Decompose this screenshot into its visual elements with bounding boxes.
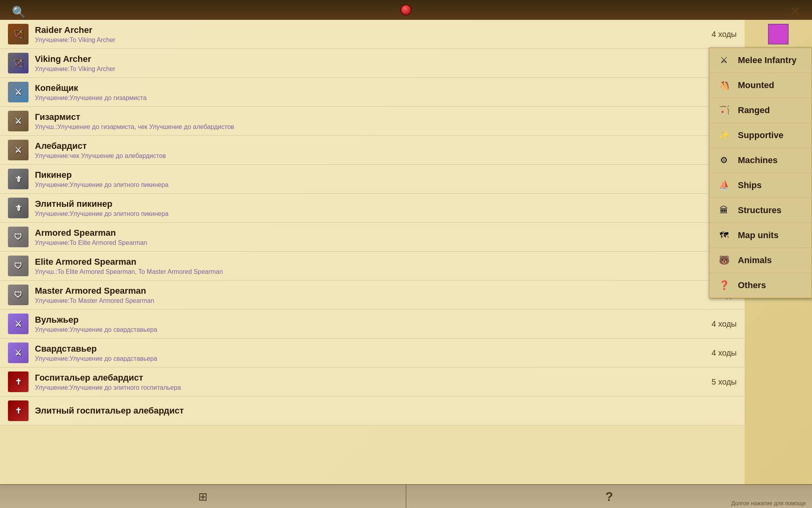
unit-info-raider-archer: Raider ArcherУлучшение:To Viking Archer — [35, 25, 704, 44]
unit-row[interactable]: 🗡ПикинерУлучшение:Улучшение до элитного … — [0, 165, 745, 194]
right-panel: 🛡 ⚔Melee Infantry🐴Mounted🏹Ranged✨Support… — [745, 20, 812, 484]
unit-row[interactable]: ⚔СвардставьерУлучшение:Улучшение до свар… — [0, 339, 745, 368]
unit-upgrade-elite-armored-spearman: Улучш.:To Elite Armored Spearman, To Mas… — [35, 268, 704, 275]
dropdown-item-ranged[interactable]: 🏹Ranged — [709, 98, 812, 123]
unit-upgrade-gizarmist: Улучш.:Улучшение до гизармиста, чек Улуч… — [35, 123, 704, 131]
dropdown-icon-ships: ⛵ — [716, 177, 732, 194]
filter-purple-button[interactable] — [768, 24, 789, 44]
unit-name-svardstavyer: Свардставьер — [35, 344, 704, 354]
unit-row[interactable]: 🛡Armored SpearmanУлучшение:To Elite Armo… — [0, 223, 745, 252]
dropdown-label-map-units: Map units — [738, 230, 779, 241]
grid-icon: ⊞ — [198, 490, 207, 503]
dropdown-icon-map-units: 🗺 — [716, 227, 732, 244]
unit-row[interactable]: 🏹Raider ArcherУлучшение:To Viking Archer… — [0, 20, 745, 49]
unit-turns-svardstavyer: 4 ходы — [712, 348, 737, 358]
unit-name-pikiner: Пикинер — [35, 170, 704, 180]
unit-info-gospitaler-alebardist: Госпитальер алебардистУлучшение:Улучшени… — [35, 373, 704, 391]
dropdown-label-others: Others — [738, 280, 766, 291]
unit-info-kopeyshik: КопейщикУлучшение:Улучшение до гизармист… — [35, 83, 704, 102]
help-icon: ? — [605, 489, 613, 504]
unit-icon-armored-spearman: 🛡 — [8, 227, 29, 247]
unit-info-gizarmist: ГизармистУлучш.:Улучшение до гизармиста,… — [35, 112, 704, 131]
unit-icon-pikiner: 🗡 — [8, 169, 29, 189]
unit-upgrade-alebardist: Улучшение:чек Улучшение до алебардистов — [35, 152, 704, 160]
unit-info-elite-gospitaler-alebardist: Элитный госпитальер алебардист — [35, 406, 737, 416]
unit-row[interactable]: ✝Элитный госпитальер алебардист — [0, 396, 745, 425]
unit-row[interactable]: 🗡Элитный пикинерУлучшение:Улучшение до э… — [0, 194, 745, 223]
dropdown-label-ranged: Ranged — [738, 105, 770, 115]
dropdown-item-mounted[interactable]: 🐴Mounted — [709, 73, 812, 98]
unit-upgrade-kopeyshik: Улучшение:Улучшение до гизармиста — [35, 94, 704, 102]
dropdown-label-machines: Machines — [738, 155, 778, 165]
unit-name-elite-armored-spearman: Elite Armored Spearman — [35, 257, 704, 267]
unit-turns-gospitaler-alebardist: 5 ходы — [712, 377, 737, 387]
unit-upgrade-raider-archer: Улучшение:To Viking Archer — [35, 37, 704, 44]
dropdown-label-mounted: Mounted — [738, 80, 774, 90]
dropdown-item-supportive[interactable]: ✨Supportive — [709, 123, 812, 148]
dropdown-item-machines[interactable]: ⚙Machines — [709, 148, 812, 173]
unit-name-elite-gospitaler-alebardist: Элитный госпитальер алебардист — [35, 406, 737, 416]
unit-row[interactable]: ⚔ВульжьерУлучшение:Улучшение до свардста… — [0, 310, 745, 339]
dropdown-label-melee-infantry: Melee Infantry — [738, 55, 797, 65]
unit-upgrade-vulzhyer: Улучшение:Улучшение до свардставьера — [35, 326, 704, 333]
dropdown-item-ships[interactable]: ⛵Ships — [709, 173, 812, 198]
search-icon[interactable]: 🔍 — [12, 6, 26, 19]
unit-icon-kopeyshik: ⚔ — [8, 82, 29, 102]
unit-icon-gizarmist: ⚔ — [8, 111, 29, 131]
unit-info-elite-armored-spearman: Elite Armored SpearmanУлучш.:To Elite Ar… — [35, 257, 704, 275]
unit-row[interactable]: 🏹Viking ArcherУлучшение:To Viking Archer… — [0, 49, 745, 78]
unit-name-vulzhyer: Вульжьер — [35, 315, 704, 325]
unit-icon-elite-pikiner: 🗡 — [8, 198, 29, 218]
dropdown-label-animals: Animals — [738, 255, 772, 266]
unit-turns-vulzhyer: 4 ходы — [712, 319, 737, 329]
unit-name-kopeyshik: Копейщик — [35, 83, 704, 93]
top-bar — [0, 0, 812, 20]
unit-upgrade-svardstavyer: Улучшение:Улучшение до свардставьера — [35, 355, 704, 362]
dropdown-item-structures[interactable]: 🏛Structures — [709, 198, 812, 223]
unit-upgrade-viking-archer: Улучшение:To Viking Archer — [35, 65, 704, 73]
dropdown-item-others[interactable]: ❓Others — [709, 273, 812, 298]
unit-name-armored-spearman: Armored Spearman — [35, 228, 704, 238]
dropdown-label-ships: Ships — [738, 180, 762, 190]
unit-upgrade-pikiner: Улучшение:Улучшение до элитного пикинера — [35, 181, 704, 189]
help-text: Долгое нажатие для помощи — [731, 500, 806, 506]
unit-icon-elite-armored-spearman: 🛡 — [8, 256, 29, 276]
unit-row[interactable]: ⚔КопейщикУлучшение:Улучшение до гизармис… — [0, 78, 745, 107]
unit-info-armored-spearman: Armored SpearmanУлучшение:To Elite Armor… — [35, 228, 704, 246]
unit-name-gospitaler-alebardist: Госпитальер алебардист — [35, 373, 704, 383]
unit-turns-raider-archer: 4 ходы — [712, 30, 737, 39]
unit-icon-elite-gospitaler-alebardist: ✝ — [8, 400, 29, 421]
unit-info-viking-archer: Viking ArcherУлучшение:To Viking Archer — [35, 54, 704, 73]
unit-info-vulzhyer: ВульжьерУлучшение:Улучшение до свардстав… — [35, 315, 704, 333]
bottom-bar: ⊞ ? — [0, 484, 812, 508]
unit-row[interactable]: 🛡Master Armored SpearmanУлучшение:To Mas… — [0, 281, 745, 310]
gem-icon — [400, 4, 412, 15]
unit-name-raider-archer: Raider Archer — [35, 25, 704, 35]
unit-icon-vulzhyer: ⚔ — [8, 314, 29, 334]
unit-row[interactable]: ⚔ГизармистУлучш.:Улучшение до гизармиста… — [0, 107, 745, 136]
unit-upgrade-armored-spearman: Улучшение:To Elite Armored Spearman — [35, 239, 704, 246]
unit-info-pikiner: ПикинерУлучшение:Улучшение до элитного п… — [35, 170, 704, 189]
unit-info-svardstavyer: СвардставьерУлучшение:Улучшение до свард… — [35, 344, 704, 362]
unit-row[interactable]: 🛡Elite Armored SpearmanУлучш.:To Elite A… — [0, 252, 745, 281]
dropdown-icon-ranged: 🏹 — [716, 102, 732, 119]
grid-view-button[interactable]: ⊞ — [0, 485, 406, 508]
unit-icon-raider-archer: 🏹 — [8, 24, 29, 44]
unit-icon-alebardist: ⚔ — [8, 140, 29, 160]
unit-row[interactable]: ⚔АлебардистУлучшение:чек Улучшение до ал… — [0, 136, 745, 165]
dropdown-item-melee-infantry[interactable]: ⚔Melee Infantry — [709, 48, 812, 73]
filter-dropdown: ⚔Melee Infantry🐴Mounted🏹Ranged✨Supportiv… — [709, 48, 812, 298]
unit-row[interactable]: ✝Госпитальер алебардистУлучшение:Улучшен… — [0, 368, 745, 396]
unit-info-elite-pikiner: Элитный пикинерУлучшение:Улучшение до эл… — [35, 199, 704, 217]
unit-icon-svardstavyer: ⚔ — [8, 343, 29, 363]
unit-icon-viking-archer: 🏹 — [8, 53, 29, 73]
dropdown-icon-animals: 🐻 — [716, 252, 732, 269]
main-content: 🏹Raider ArcherУлучшение:To Viking Archer… — [0, 20, 812, 484]
close-button[interactable]: ✕ — [789, 4, 800, 19]
dropdown-item-map-units[interactable]: 🗺Map units — [709, 223, 812, 248]
dropdown-item-animals[interactable]: 🐻Animals — [709, 248, 812, 273]
unit-info-master-armored-spearman: Master Armored SpearmanУлучшение:To Mast… — [35, 286, 704, 304]
dropdown-icon-mounted: 🐴 — [716, 77, 732, 94]
unit-name-master-armored-spearman: Master Armored Spearman — [35, 286, 704, 296]
unit-name-alebardist: Алебардист — [35, 141, 704, 151]
